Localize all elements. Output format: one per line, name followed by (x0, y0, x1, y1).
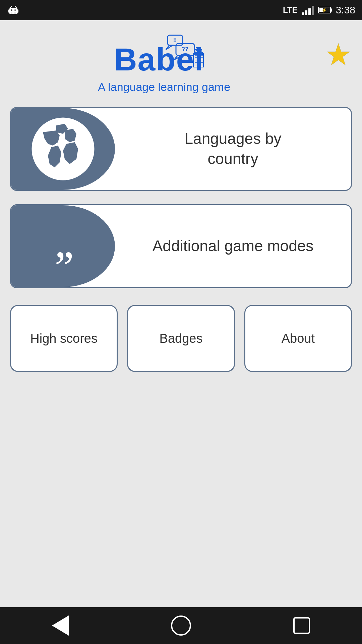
status-bar: LTE ⚡ 3:38 (0, 0, 362, 20)
high-scores-label: High scores (30, 331, 98, 346)
babel-logo: !! ?? Babel (111, 34, 218, 77)
home-icon (171, 615, 191, 636)
bottom-buttons: High scores Badges About (10, 305, 352, 372)
badges-label: Badges (160, 331, 203, 346)
quote-icon-area: ,, (11, 205, 115, 287)
android-icon (7, 3, 20, 17)
back-button[interactable] (47, 612, 74, 639)
high-scores-button[interactable]: High scores (10, 305, 118, 372)
lte-indicator: LTE (283, 5, 298, 15)
star-icon[interactable]: ★ (325, 37, 352, 72)
svg-point-3 (11, 9, 12, 11)
svg-point-8 (15, 6, 16, 7)
battery-icon: ⚡ (318, 7, 332, 13)
languages-by-country-button[interactable]: Languages bycountry (10, 107, 352, 191)
back-icon (52, 615, 69, 636)
svg-point-4 (14, 9, 16, 11)
languages-by-country-label: Languages bycountry (184, 129, 281, 169)
svg-rect-9 (11, 12, 12, 14)
svg-rect-10 (14, 12, 16, 14)
additional-game-modes-button[interactable]: ,, Additional game modes (10, 204, 352, 288)
home-button[interactable] (168, 612, 194, 639)
about-button[interactable]: About (244, 305, 352, 372)
game-modes-text-area: Additional game modes (115, 205, 351, 287)
recents-button[interactable] (288, 612, 315, 639)
status-left (7, 3, 20, 17)
globe-icon (29, 115, 97, 182)
header: !! ?? Babel A language learning g (10, 34, 352, 94)
navigation-bar (0, 607, 362, 644)
clock: 3:38 (336, 4, 355, 16)
main-content: !! ?? Babel A language learning g (0, 20, 362, 607)
svg-rect-1 (8, 9, 10, 13)
svg-rect-0 (9, 8, 17, 14)
languages-text-area: Languages bycountry (115, 108, 351, 190)
logo-area: !! ?? Babel A language learning g (10, 34, 318, 94)
badges-button[interactable]: Badges (127, 305, 235, 372)
additional-game-modes-label: Additional game modes (153, 236, 314, 256)
about-label: About (282, 331, 315, 346)
svg-rect-2 (17, 9, 18, 13)
signal-icon (302, 5, 314, 15)
svg-text:Babel: Babel (114, 42, 204, 77)
recents-icon (293, 617, 310, 634)
status-right: LTE ⚡ 3:38 (283, 4, 355, 16)
app-subtitle: A language learning game (98, 80, 230, 94)
quote-icon: ,, (55, 222, 71, 270)
svg-point-7 (11, 6, 12, 7)
globe-icon-area (11, 108, 115, 190)
